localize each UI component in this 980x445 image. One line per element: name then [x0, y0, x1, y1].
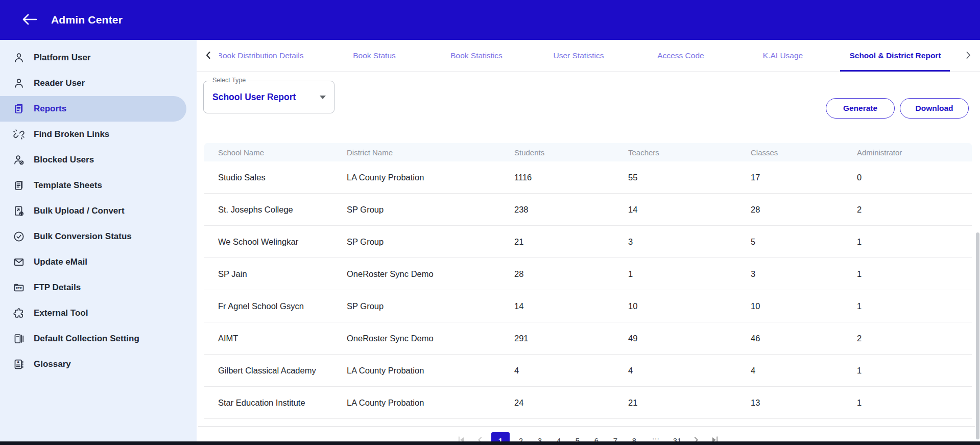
sidebar-item-label: Glossary — [34, 359, 71, 369]
sidebar-item-label: Template Sheets — [34, 180, 102, 191]
sidebar-item-external-tool[interactable]: External Tool — [0, 300, 197, 326]
school-report-table: School Name District Name Students Teach… — [204, 143, 972, 419]
cell-administrator: 1 — [857, 237, 972, 247]
column-header-school-name: School Name — [218, 148, 347, 157]
sidebar-item-glossary[interactable]: A Glossary — [0, 352, 197, 377]
sidebar-item-update-email[interactable]: Update eMail — [0, 249, 197, 275]
cell-administrator: 2 — [857, 334, 972, 343]
tabs-scroll-right-button[interactable] — [960, 40, 977, 72]
cell-students: 21 — [514, 237, 628, 247]
cell-students: 4 — [514, 366, 628, 376]
tab-school-district-report[interactable]: School & District Report — [849, 40, 941, 72]
table-row: Star Education Institute LA County Proba… — [204, 387, 972, 419]
puzzle-icon — [13, 307, 25, 319]
cell-school-name: AIMT — [218, 334, 347, 343]
main-content: Book Distribution Details Book Status Bo… — [197, 40, 980, 445]
select-type-value: School User Report — [212, 92, 296, 103]
tabs-scroll-left-button[interactable] — [200, 40, 217, 72]
sidebar: Platform User Reader User Reports Find B… — [0, 40, 197, 445]
table-row: AIMT OneRoster Sync Demo 291 49 46 2 — [204, 322, 972, 355]
cell-school-name: St. Josephs College — [218, 205, 347, 215]
tab-book-statistics[interactable]: Book Statistics — [450, 40, 503, 72]
column-header-classes: Classes — [751, 148, 857, 157]
cell-district-name: LA County Probation — [347, 366, 514, 376]
table-row: Studio Sales LA County Probation 1116 55… — [204, 161, 972, 194]
upload-document-icon — [13, 205, 25, 217]
window-bottom-edge — [0, 441, 980, 445]
cell-school-name: Fr Agnel School Gsycn — [218, 301, 347, 311]
cell-classes: 10 — [751, 301, 857, 311]
cell-students: 24 — [514, 398, 628, 408]
svg-text:A: A — [17, 360, 19, 364]
report-tabbar: Book Distribution Details Book Status Bo… — [197, 40, 980, 72]
cell-district-name: SP Group — [347, 301, 514, 311]
cell-administrator: 2 — [857, 205, 972, 215]
tab-kai-usage[interactable]: K.AI Usage — [763, 40, 803, 72]
envelope-icon — [13, 256, 25, 268]
table-row: Fr Agnel School Gsycn SP Group 14 10 10 … — [204, 290, 972, 322]
cell-school-name: Gilbert Classical Academy — [218, 366, 347, 376]
sidebar-item-default-collection-setting[interactable]: Default Collection Setting — [0, 326, 197, 352]
sidebar-item-label: Bulk Conversion Status — [34, 231, 132, 242]
sidebar-item-label: Default Collection Setting — [34, 334, 139, 344]
cell-school-name: SP Jain — [218, 269, 347, 279]
sidebar-item-ftp-details[interactable]: FTP FTP Details — [0, 275, 197, 300]
glossary-book-icon: A — [13, 358, 25, 370]
sidebar-item-reader-user[interactable]: Reader User — [0, 71, 197, 96]
tab-book-distribution-details[interactable]: Book Distribution Details — [219, 40, 303, 72]
caret-down-icon — [320, 96, 326, 99]
cell-teachers: 1 — [628, 269, 751, 279]
ftp-folder-icon: FTP — [13, 282, 25, 294]
cell-teachers: 10 — [628, 301, 751, 311]
sidebar-item-label: Reader User — [34, 78, 85, 88]
sidebar-item-bulk-upload-convert[interactable]: Bulk Upload / Convert — [0, 198, 197, 224]
chevron-right-icon — [964, 51, 973, 61]
user-icon — [13, 52, 25, 64]
window-scrollbar-thumb[interactable] — [976, 232, 979, 439]
cell-students: 291 — [514, 334, 628, 343]
sidebar-item-label: Bulk Upload / Convert — [34, 206, 125, 216]
cell-classes: 46 — [751, 334, 857, 343]
cell-district-name: OneRoster Sync Demo — [347, 269, 514, 279]
sidebar-item-reports[interactable]: Reports — [0, 96, 186, 122]
table-header-row: School Name District Name Students Teach… — [204, 143, 972, 161]
sidebar-item-template-sheets[interactable]: Template Sheets — [0, 173, 197, 198]
tab-book-status[interactable]: Book Status — [353, 40, 396, 72]
cell-teachers: 21 — [628, 398, 751, 408]
cell-classes: 13 — [751, 398, 857, 408]
cell-school-name: Studio Sales — [218, 173, 347, 182]
cell-classes: 17 — [751, 173, 857, 182]
cell-students: 238 — [514, 205, 628, 215]
user-icon — [13, 77, 25, 89]
cell-administrator: 1 — [857, 269, 972, 279]
broken-link-icon — [13, 128, 25, 140]
sidebar-item-label: Update eMail — [34, 257, 87, 267]
table-row: SP Jain OneRoster Sync Demo 28 1 3 1 — [204, 258, 972, 290]
report-document-icon — [13, 103, 25, 115]
pagination-divider — [198, 426, 975, 427]
select-type-dropdown[interactable]: Select Type School User Report — [203, 81, 334, 113]
tab-access-code[interactable]: Access Code — [657, 40, 704, 72]
table-row: St. Josephs College SP Group 238 14 28 2 — [204, 194, 972, 226]
cell-administrator: 1 — [857, 398, 972, 408]
tab-user-statistics[interactable]: User Statistics — [553, 40, 604, 72]
cell-district-name: LA County Probation — [347, 398, 514, 408]
back-button[interactable] — [19, 10, 40, 30]
download-button[interactable]: Download — [900, 98, 969, 119]
generate-button[interactable]: Generate — [826, 98, 895, 119]
sidebar-item-label: Reports — [34, 104, 66, 114]
sidebar-item-blocked-users[interactable]: Blocked Users — [0, 147, 197, 173]
cell-students: 28 — [514, 269, 628, 279]
select-type-label: Select Type — [210, 77, 248, 84]
check-circle-icon — [13, 230, 25, 243]
sidebar-item-label: External Tool — [34, 308, 88, 318]
sidebar-item-find-broken-links[interactable]: Find Broken Links — [0, 122, 197, 147]
cell-district-name: SP Group — [347, 237, 514, 247]
sidebar-item-bulk-conversion-status[interactable]: Bulk Conversion Status — [0, 224, 197, 249]
sidebar-item-platform-user[interactable]: Platform User — [0, 45, 197, 71]
cell-teachers: 55 — [628, 173, 751, 182]
arrow-left-icon — [21, 13, 38, 28]
table-row: We School Welingkar SP Group 21 3 5 1 — [204, 226, 972, 258]
sidebar-item-label: FTP Details — [34, 283, 81, 293]
cell-classes: 4 — [751, 366, 857, 376]
